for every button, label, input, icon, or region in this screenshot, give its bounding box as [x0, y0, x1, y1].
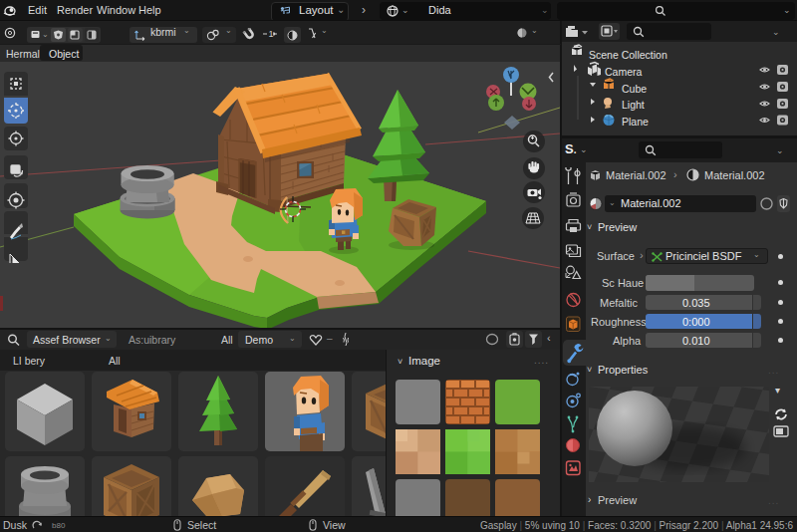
svg-text:1: 1 [269, 29, 274, 39]
